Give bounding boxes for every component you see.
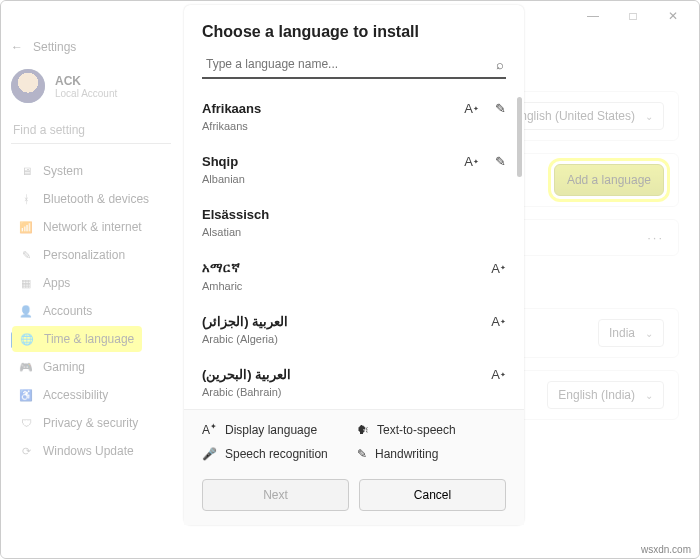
language-list[interactable]: AfrikaansA✦✎AfrikaansShqipA✦✎AlbanianEls… bbox=[184, 89, 524, 410]
display-icon: A✦ bbox=[491, 367, 506, 382]
dialog-title: Choose a language to install bbox=[184, 5, 524, 51]
language-native: Elsässisch bbox=[202, 207, 506, 222]
legend-display-label: Display language bbox=[225, 423, 317, 437]
language-badges: A✦ bbox=[491, 367, 506, 382]
next-button[interactable]: Next bbox=[202, 479, 349, 511]
display-icon: A✦ bbox=[491, 314, 506, 329]
display-language-icon: A✦ bbox=[202, 422, 217, 437]
language-option[interactable]: ElsässischAlsatian bbox=[202, 195, 514, 248]
language-option[interactable]: العربية (الجزائر)A✦Arabic (Algeria) bbox=[202, 302, 514, 355]
display-icon: A✦ bbox=[464, 101, 479, 116]
language-native: Shqip bbox=[202, 154, 464, 169]
language-english: Arabic (Algeria) bbox=[202, 333, 506, 345]
display-icon: A✦ bbox=[464, 154, 479, 169]
language-native: Afrikaans bbox=[202, 101, 464, 116]
handwriting-icon: ✎ bbox=[495, 101, 506, 116]
legend-speech-label: Speech recognition bbox=[225, 447, 328, 461]
dialog-legend: A✦Display language 🗣Text-to-speech 🎤Spee… bbox=[184, 410, 524, 473]
handwriting-icon: ✎ bbox=[357, 447, 367, 461]
language-english: Albanian bbox=[202, 173, 506, 185]
language-english: Afrikaans bbox=[202, 120, 506, 132]
language-native: العربية (البحرين) bbox=[202, 367, 491, 382]
language-english: Arabic (Bahrain) bbox=[202, 386, 506, 398]
search-icon: ⌕ bbox=[496, 57, 506, 72]
language-option[interactable]: ShqipA✦✎Albanian bbox=[202, 142, 514, 195]
scrollbar[interactable] bbox=[517, 97, 522, 177]
handwriting-icon: ✎ bbox=[495, 154, 506, 169]
watermark: wsxdn.com bbox=[641, 544, 691, 555]
language-option[interactable]: AfrikaansA✦✎Afrikaans bbox=[202, 89, 514, 142]
language-badges: A✦ bbox=[491, 314, 506, 329]
add-language-dialog: Choose a language to install ⌕ Afrikaans… bbox=[184, 5, 524, 525]
language-native: አማርኛ bbox=[202, 260, 491, 276]
text-to-speech-icon: 🗣 bbox=[357, 423, 369, 437]
speech-recognition-icon: 🎤 bbox=[202, 447, 217, 461]
language-badges: A✦ bbox=[491, 261, 506, 276]
language-option[interactable]: العربية (البحرين)A✦Arabic (Bahrain) bbox=[202, 355, 514, 408]
legend-tts-label: Text-to-speech bbox=[377, 423, 456, 437]
language-english: Amharic bbox=[202, 280, 506, 292]
language-native: العربية (الجزائر) bbox=[202, 314, 491, 329]
language-search-input[interactable] bbox=[202, 51, 496, 77]
language-badges: A✦✎ bbox=[464, 154, 506, 169]
display-icon: A✦ bbox=[491, 261, 506, 276]
language-badges: A✦✎ bbox=[464, 101, 506, 116]
language-option[interactable]: አማርኛA✦Amharic bbox=[202, 248, 514, 302]
cancel-button[interactable]: Cancel bbox=[359, 479, 506, 511]
legend-handwriting-label: Handwriting bbox=[375, 447, 438, 461]
language-english: Alsatian bbox=[202, 226, 506, 238]
